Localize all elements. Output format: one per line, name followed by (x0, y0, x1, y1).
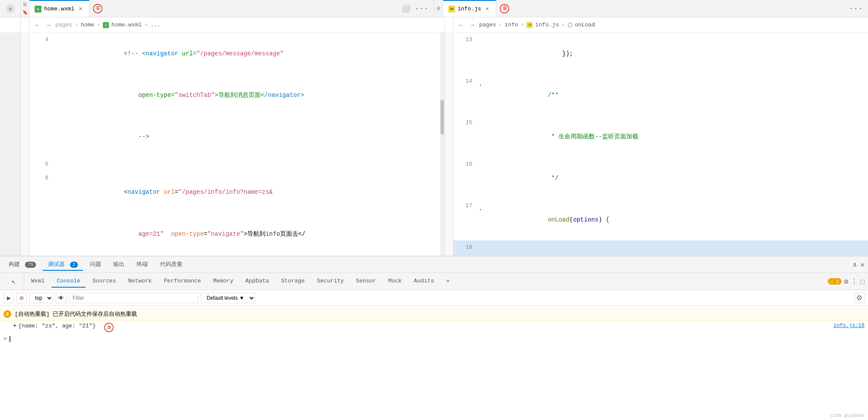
right-more-tabs-icon[interactable]: ··· (849, 4, 863, 13)
tab-output[interactable]: 输出 (108, 259, 130, 271)
left-tab-actions: ⬜ ··· (402, 4, 434, 13)
sep1-left: › (75, 22, 78, 28)
eq-6: = (175, 189, 178, 196)
url-string-1: "/pages/message/message" (196, 50, 284, 57)
line-content-6c: navigator> (62, 255, 444, 256)
line-num-4: 4 (29, 33, 55, 47)
console-filter-input[interactable] (69, 293, 198, 303)
console-eye-btn[interactable]: 👁 (56, 293, 66, 303)
devtools-settings-icon[interactable]: ⚙ (844, 277, 849, 286)
line-num-5: 5 (29, 157, 55, 171)
line-num-r15: 15 (453, 116, 479, 130)
tab-debugger[interactable]: 调试器 2 (43, 259, 83, 271)
circle-2: ② (500, 4, 509, 13)
sep3-left: › (144, 22, 148, 28)
devtools-tab-storage[interactable]: Storage (276, 275, 310, 288)
tab-info-js-close[interactable]: × (484, 6, 491, 13)
left-code: 4 <!-- <navigator url="/pages/message/me… (29, 33, 444, 256)
devtools-tab-memory[interactable]: Memory (208, 275, 239, 288)
tab-info-js[interactable]: JS info.js × (443, 0, 497, 17)
r15-comment: * 生命周期函数--监听页面加载 (533, 133, 638, 140)
breadcrumb-back-right[interactable]: ← (457, 21, 466, 29)
paren-open: ( (569, 216, 573, 223)
devtools-tab-mock[interactable]: Mock (383, 275, 407, 288)
left-scroll-thumb[interactable] (440, 100, 444, 135)
space-6b (164, 231, 171, 237)
fold-r17[interactable]: ▾ (479, 199, 486, 217)
right-menu-icon[interactable]: ☰ (437, 6, 440, 11)
badge-debugger: 2 (70, 262, 78, 268)
devtools-tab-network[interactable]: Network (123, 275, 157, 288)
logo-icon: ⚙ (5, 3, 16, 14)
comment-text-4: > (300, 92, 304, 99)
devtools-tab-wxml[interactable]: Wxml (26, 275, 50, 288)
more-tabs-icon[interactable]: ··· (415, 4, 428, 13)
bottom-tab-actions: ∧ ✕ (853, 260, 865, 269)
devtools-actions: ⚠ 2 ⚙ ⋮ ⬚ (828, 277, 865, 286)
console-settings-btn[interactable]: ⚙ (854, 293, 865, 303)
console-levels-select[interactable]: Default levels ▼ (201, 293, 255, 303)
left-breadcrumb: ← → pages › home › w home.wxml › ... (29, 17, 445, 32)
devtools-tab-performance[interactable]: Performance (159, 275, 206, 288)
menu-icon[interactable]: ☰ (23, 2, 27, 7)
opentype-string-1: "switchTab" (175, 92, 214, 99)
right-breadcrumb: ← → pages › info › JS info.js › ⬡ onLoad (453, 17, 868, 32)
devtools-left-icon: ↖ (3, 273, 24, 290)
fold-r14[interactable]: ▾ (479, 74, 486, 93)
code-line-6c: navigator> (29, 255, 444, 256)
warning-text: [自动热重载] 已开启代码文件保存后自动热重载 (15, 310, 137, 318)
inspect-icon[interactable]: ↖ (12, 277, 16, 286)
line-num-r17: 17 (453, 199, 479, 213)
breadcrumb-wxml-icon: w (103, 22, 109, 28)
devtools-tab-appdata[interactable]: AppData (240, 275, 274, 288)
devtools-dock-icon[interactable]: ⬚ (860, 277, 865, 286)
bookmark-icon[interactable]: 🔖 (22, 10, 28, 15)
tab-issues[interactable]: 问题 (85, 259, 106, 271)
split-editor-icon[interactable]: ⬜ (402, 4, 410, 13)
tab-home-wxml-close[interactable]: × (77, 6, 84, 13)
source-link[interactable]: info.js:18 (833, 323, 865, 329)
code-word: info (265, 230, 280, 237)
tag-navigator-1: navigator (146, 50, 179, 57)
line-content-4c: --> (62, 116, 444, 157)
fn-onload: onLoad (533, 216, 569, 223)
devtools-tab-more[interactable]: » (441, 275, 455, 288)
tab-issues-label: 问题 (90, 261, 101, 268)
tab-home-wxml[interactable]: w home.wxml × (29, 0, 89, 17)
console-cursor[interactable] (10, 336, 10, 342)
expand-triangle[interactable]: ▶ (14, 323, 16, 328)
attr-opentype: open-type (171, 231, 204, 237)
breadcrumb-info-js: info.js (535, 22, 559, 28)
tab-code-quality[interactable]: 代码质量 (155, 259, 188, 271)
devtools-tab-console[interactable]: Console (51, 275, 86, 288)
devtools-tab-audits[interactable]: Audits (408, 275, 439, 288)
devtools-tab-sources[interactable]: Sources (87, 275, 121, 288)
tab-build[interactable]: 构建 75 (3, 259, 41, 271)
breadcrumb-pages-right: pages (479, 22, 496, 28)
console-block-btn[interactable]: ⊘ (16, 293, 27, 303)
console-context-select[interactable]: top (29, 293, 53, 303)
devtools-mock-label: Mock (388, 278, 402, 284)
close-panel-icon[interactable]: ✕ (860, 260, 865, 269)
text-rest: 页面去</ (280, 231, 306, 237)
url-val: "/pages/info/info?name=zs& (179, 189, 273, 196)
opentype-val: "navigate" (207, 231, 244, 237)
devtools-tab-sensor[interactable]: Sensor (351, 275, 381, 288)
breadcrumb-back-left[interactable]: ← (33, 21, 41, 29)
comment-text-2: open-type= (109, 92, 175, 99)
tab-terminal[interactable]: 终端 (131, 259, 153, 271)
devtools-more-icon[interactable]: ⋮ (851, 277, 858, 286)
breadcrumb-forward-right[interactable]: → (468, 21, 477, 29)
code-line-4: 4 <!-- <navigator url="/pages/message/me… (29, 33, 444, 74)
devtools-bar: ↖ Wxml Console Sources Network Performan… (0, 273, 868, 290)
tab-terminal-label: 终端 (137, 261, 148, 268)
devtools-tab-security[interactable]: Security (312, 275, 349, 288)
left-scrollbar[interactable] (440, 33, 444, 256)
console-run-btn[interactable]: ▶ (3, 293, 14, 303)
r14-comment-open: /** (533, 92, 558, 99)
devtools-console-label: Console (57, 278, 80, 284)
collapse-panel-icon[interactable]: ∧ (853, 260, 857, 269)
breadcrumb-bar: ← → pages › home › w home.wxml › ... ← →… (0, 17, 868, 33)
breadcrumb-forward-left[interactable]: → (44, 21, 53, 29)
tag-nav-open: < (124, 189, 127, 196)
